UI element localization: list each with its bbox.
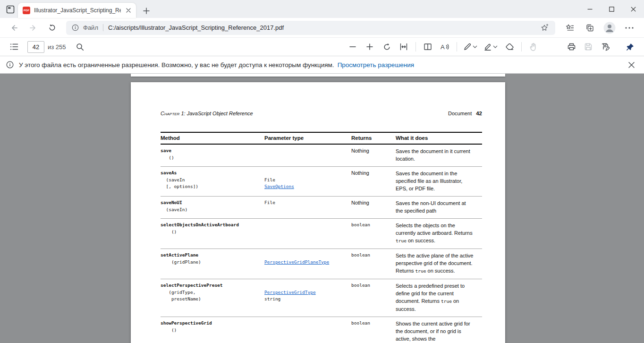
type-link[interactable]: PerspectiveGridPlaneType <box>264 259 329 265</box>
notification-close-button[interactable] <box>625 58 638 71</box>
back-button[interactable] <box>6 20 22 36</box>
save-as-icon <box>602 43 610 51</box>
pen-icon <box>464 43 471 51</box>
method-cell: saveNoUI (saveIn) <box>161 199 264 214</box>
zoom-out-button[interactable] <box>346 40 360 54</box>
pdf-toolbar: из 255 A <box>0 38 644 56</box>
pan-tool-button[interactable] <box>526 40 541 54</box>
method-cell: showPerspectiveGrid () <box>161 320 264 343</box>
minus-icon <box>349 43 356 50</box>
table-of-contents-button[interactable] <box>7 40 21 54</box>
save-button[interactable] <box>581 40 595 54</box>
fit-to-width-button[interactable] <box>397 40 411 54</box>
save-as-button[interactable] <box>598 40 612 54</box>
title-bar: PDF Illustrator_JavaScript_Scripting_Ref… <box>0 0 644 18</box>
info-icon[interactable] <box>72 24 79 31</box>
erase-button[interactable] <box>502 40 517 54</box>
pdf-page: Chapter 1: JavaScript Object Reference D… <box>131 82 505 343</box>
returns-cell: boolean <box>351 252 396 275</box>
window-close-button[interactable] <box>622 0 644 18</box>
zoom-in-button[interactable] <box>363 40 377 54</box>
method-cell: save () <box>161 147 264 163</box>
pin-toolbar-button[interactable] <box>623 40 637 54</box>
tab-close-button[interactable] <box>124 6 133 15</box>
parameter-type-cell <box>264 320 351 343</box>
highlighter-icon <box>484 43 491 51</box>
url-divider <box>103 24 103 31</box>
table-row: saveAs (saveIn [, options]) FileSaveOpti… <box>161 167 482 197</box>
rotate-icon <box>383 43 391 51</box>
chevron-down-icon <box>493 45 498 48</box>
printer-icon <box>568 43 576 51</box>
ellipsis-icon <box>625 27 634 29</box>
table-row: setActivePlane (gridPlane) PerspectiveGr… <box>161 249 482 279</box>
parameter-type-cell <box>264 222 351 245</box>
fit-width-icon <box>399 43 408 51</box>
toolbar-separator <box>521 42 522 51</box>
maximize-button[interactable] <box>601 0 622 18</box>
description-cell: Selects the objects on the currently act… <box>396 222 474 245</box>
hand-icon <box>530 43 537 51</box>
column-header: Method <box>161 135 264 141</box>
print-button[interactable] <box>564 40 578 54</box>
page-count-label: из 255 <box>48 43 66 51</box>
collections-button[interactable] <box>582 20 598 36</box>
browser-tab[interactable]: PDF Illustrator_JavaScript_Scripting_Ref… <box>18 3 136 18</box>
url-field[interactable]: Файл C:/aiscripts/Illustrator_JavaScript… <box>66 21 555 35</box>
pdf-viewer-area[interactable]: Chapter 1: JavaScript Object Reference D… <box>0 74 644 343</box>
table-row: selectObjectsOnActiveArtboard ()booleanS… <box>161 219 482 249</box>
table-header-row: MethodParameter typeReturnsWhat it does <box>161 132 482 145</box>
plus-icon <box>366 43 373 50</box>
method-cell: setActivePlane (gridPlane) <box>161 252 264 275</box>
highlight-button[interactable] <box>482 40 500 54</box>
rotate-button[interactable] <box>380 40 394 54</box>
star-add-icon <box>541 24 549 32</box>
parameter-type-cell <box>264 147 351 163</box>
maximize-icon <box>609 7 614 12</box>
notification-message: У этого файла есть ограниченные разрешен… <box>19 61 334 69</box>
page-view-button[interactable] <box>421 40 435 54</box>
permissions-notification-bar: У этого файла есть ограниченные разрешен… <box>0 56 644 74</box>
column-header: What it does <box>396 135 482 141</box>
refresh-button[interactable] <box>44 20 60 36</box>
previous-page-edge <box>131 74 505 77</box>
tab-title: Illustrator_JavaScript_Scripting_Referen… <box>34 7 121 14</box>
running-header: Chapter 1: JavaScript Object Reference D… <box>161 111 482 116</box>
draw-button[interactable] <box>462 40 479 54</box>
new-tab-button[interactable] <box>141 5 152 17</box>
pdf-file-icon: PDF <box>23 7 30 14</box>
back-arrow-icon <box>10 24 18 32</box>
window-controls <box>579 0 644 18</box>
page-view-icon <box>424 43 432 51</box>
parameter-type-cell: FileSaveOptions <box>264 170 351 192</box>
tab-actions-button[interactable] <box>5 4 16 15</box>
minimize-button[interactable] <box>579 0 601 18</box>
add-favorite-button[interactable] <box>538 22 551 34</box>
profile-button[interactable] <box>602 20 618 36</box>
search-icon <box>76 43 84 51</box>
table-body: save ()NothingSaves the document in it c… <box>161 145 482 343</box>
read-aloud-button[interactable]: A <box>438 40 452 54</box>
read-aloud-icon: A <box>440 43 449 51</box>
pin-icon <box>626 43 634 51</box>
svg-text:A: A <box>441 43 445 51</box>
forward-button[interactable] <box>25 20 41 36</box>
table-of-contents-icon <box>10 43 18 51</box>
plus-icon <box>143 8 150 14</box>
table-row: saveNoUI (saveIn)FileNothingSaves the no… <box>161 197 482 219</box>
reference-table: MethodParameter typeReturnsWhat it does … <box>161 132 482 343</box>
column-header: Parameter type <box>264 135 351 141</box>
search-button[interactable] <box>73 40 87 54</box>
table-row: save ()NothingSaves the document in it c… <box>161 145 482 167</box>
page-number-input[interactable] <box>27 41 44 53</box>
type-link[interactable]: PerspectiveGridType <box>264 290 316 295</box>
minimize-icon <box>587 7 593 12</box>
favorites-button[interactable] <box>562 20 578 36</box>
type-link[interactable]: SaveOptions <box>264 184 294 189</box>
returns-cell: boolean <box>351 222 396 245</box>
column-header: Returns <box>351 135 396 141</box>
settings-menu-button[interactable] <box>621 20 637 36</box>
description-cell: Saves the document in the specified file… <box>396 170 474 192</box>
table-row: selectPerspectivePreset (gridType, prese… <box>161 279 482 317</box>
view-permissions-link[interactable]: Просмотреть разрешения <box>338 61 414 69</box>
